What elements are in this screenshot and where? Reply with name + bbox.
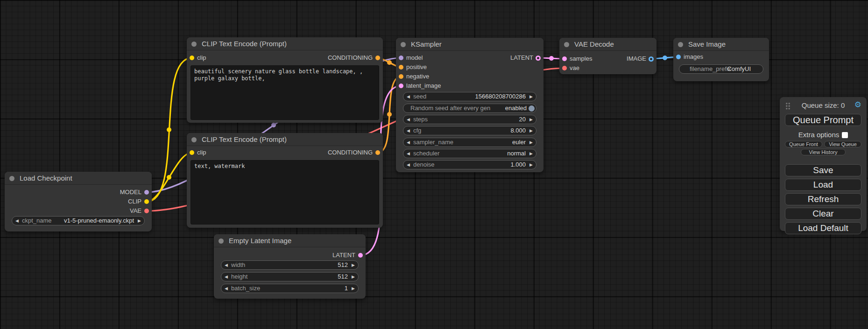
node-title: VAE Decode: [574, 40, 614, 48]
increment-icon[interactable]: ▶: [529, 161, 533, 169]
output-slot-vae[interactable]: [144, 209, 149, 213]
decrement-icon[interactable]: ◀: [407, 161, 410, 169]
drag-handle-icon[interactable]: [785, 102, 790, 110]
load-default-button[interactable]: Load Default: [785, 222, 861, 234]
cfg-widget[interactable]: ◀ cfg 8.000 ▶: [403, 126, 536, 135]
node-clip-text-encode-positive[interactable]: CLIP Text Encode (Prompt) clip CONDITION…: [187, 37, 383, 123]
node-title-bar[interactable]: CLIP Text Encode (Prompt): [187, 37, 383, 50]
node-title-bar[interactable]: VAE Decode: [559, 38, 656, 51]
widget-label: steps: [413, 115, 428, 124]
denoise-widget[interactable]: ◀ denoise 1.000 ▶: [403, 160, 536, 169]
input-slot-samples[interactable]: [562, 56, 567, 61]
increment-icon[interactable]: ▶: [529, 115, 533, 124]
prompt-textarea[interactable]: beautiful scenery nature glass bottle la…: [191, 65, 379, 120]
steps-widget[interactable]: ◀ steps 20 ▶: [403, 115, 536, 124]
node-title-bar[interactable]: Empty Latent Image: [214, 234, 366, 247]
node-vae-decode[interactable]: VAE Decode samples IMAGE vae: [559, 38, 656, 74]
output-slot-image[interactable]: [649, 56, 654, 62]
settings-gear-icon[interactable]: ⚙: [854, 100, 861, 110]
increment-icon[interactable]: ▶: [352, 261, 355, 269]
output-slot-conditioning[interactable]: [375, 150, 380, 155]
view-queue-button[interactable]: View Queue: [824, 141, 861, 147]
node-title-bar[interactable]: CLIP Text Encode (Prompt): [187, 133, 383, 146]
decrement-icon[interactable]: ◀: [225, 273, 228, 281]
link-midpoint-dot: [167, 127, 171, 132]
link-midpoint-dot: [167, 175, 171, 180]
widget-value: euler: [512, 138, 526, 147]
decrement-icon[interactable]: ◀: [407, 149, 410, 158]
decrement-icon[interactable]: ◀: [225, 284, 228, 293]
node-title-bar[interactable]: KSampler: [396, 38, 543, 51]
input-label-vae: vae: [570, 63, 579, 73]
collapse-dot-icon[interactable]: [401, 42, 406, 47]
width-widget[interactable]: ◀ width 512 ▶: [221, 260, 359, 270]
save-button[interactable]: Save: [785, 164, 861, 176]
collapse-dot-icon[interactable]: [219, 238, 224, 244]
clear-button[interactable]: Clear: [785, 208, 861, 220]
increment-icon[interactable]: ▶: [529, 149, 533, 158]
widget-value: 8.000: [510, 126, 526, 135]
input-slot-clip[interactable]: [190, 56, 194, 60]
view-history-button[interactable]: View History: [801, 149, 846, 155]
link-midpoint-dot: [549, 56, 554, 61]
increment-icon[interactable]: ▶: [352, 273, 355, 281]
collapse-dot-icon[interactable]: [678, 42, 683, 47]
node-title: CLIP Text Encode (Prompt): [202, 135, 287, 143]
extra-options-checkbox[interactable]: [842, 132, 848, 138]
batch-size-widget[interactable]: ◀ batch_size 1 ▶: [221, 284, 359, 293]
output-slot-clip[interactable]: [144, 199, 149, 204]
widget-value: enabled: [505, 104, 527, 112]
input-slot-model[interactable]: [399, 56, 403, 60]
input-slot-negative[interactable]: [399, 74, 403, 79]
node-title-bar[interactable]: Load Checkpoint: [5, 172, 152, 185]
widget-value: v1-5-pruned-emaonly.ckpt: [64, 217, 134, 225]
graph-canvas[interactable]: Load Checkpoint MODEL CLIP VAE ◀ ckpt_na…: [0, 0, 868, 329]
decrement-icon[interactable]: ◀: [407, 138, 410, 147]
increment-icon[interactable]: ▶: [529, 138, 533, 147]
input-slot-vae[interactable]: [562, 66, 567, 70]
filename-prefix-widget[interactable]: filename_prefix ComfyUI: [679, 64, 763, 74]
input-slot-latent-image[interactable]: [399, 84, 403, 88]
increment-icon[interactable]: ▶: [352, 284, 355, 293]
sampler-name-widget[interactable]: ◀ sampler_name euler ▶: [403, 138, 536, 147]
height-widget[interactable]: ◀ height 512 ▶: [221, 272, 359, 281]
node-ksampler[interactable]: KSampler model LATENT positive negative …: [396, 38, 543, 172]
random-seed-toggle-widget[interactable]: Random seed after every gen enabled: [403, 104, 536, 113]
increment-icon[interactable]: ▶: [529, 126, 533, 135]
node-clip-text-encode-negative[interactable]: CLIP Text Encode (Prompt) clip CONDITION…: [187, 133, 383, 228]
output-slot-model[interactable]: [144, 190, 149, 195]
output-slot-latent[interactable]: [358, 253, 363, 258]
seed-widget[interactable]: ◀ seed 156680208700286 ▶: [403, 92, 536, 101]
input-slot-clip[interactable]: [190, 150, 194, 155]
node-save-image[interactable]: Save Image images filename_prefix ComfyU…: [673, 38, 769, 81]
input-slot-positive[interactable]: [399, 65, 403, 70]
decrement-icon[interactable]: ◀: [15, 217, 19, 225]
load-button[interactable]: Load: [785, 179, 861, 191]
queue-front-button[interactable]: Queue Front: [785, 141, 822, 147]
decrement-icon[interactable]: ◀: [225, 261, 228, 269]
scheduler-widget[interactable]: ◀ scheduler normal ▶: [403, 149, 536, 158]
prompt-textarea[interactable]: text, watermark: [191, 160, 379, 224]
node-title-bar[interactable]: Save Image: [673, 38, 769, 51]
collapse-dot-icon[interactable]: [191, 42, 197, 47]
decrement-icon[interactable]: ◀: [407, 126, 410, 135]
node-load-checkpoint[interactable]: Load Checkpoint MODEL CLIP VAE ◀ ckpt_na…: [5, 172, 152, 231]
refresh-button[interactable]: Refresh: [785, 193, 861, 205]
output-slot-conditioning[interactable]: [375, 56, 380, 60]
toggle-icon[interactable]: [529, 105, 535, 112]
node-title: KSampler: [411, 40, 442, 48]
output-slot-latent[interactable]: [536, 56, 541, 61]
queue-prompt-button[interactable]: Queue Prompt: [785, 114, 861, 126]
input-label-samples: samples: [570, 54, 592, 63]
increment-icon[interactable]: ▶: [529, 92, 533, 101]
collapse-dot-icon[interactable]: [564, 42, 569, 47]
decrement-icon[interactable]: ◀: [407, 115, 410, 124]
increment-icon[interactable]: ▶: [138, 217, 141, 225]
input-label-latent-image: latent_image: [406, 81, 441, 91]
decrement-icon[interactable]: ◀: [407, 92, 410, 101]
node-empty-latent-image[interactable]: Empty Latent Image LATENT ◀ width 512 ▶ …: [214, 234, 366, 299]
input-slot-images[interactable]: [676, 55, 681, 59]
ckpt-name-widget[interactable]: ◀ ckpt_name v1-5-pruned-emaonly.ckpt ▶: [12, 216, 145, 225]
collapse-dot-icon[interactable]: [9, 176, 14, 181]
collapse-dot-icon[interactable]: [191, 137, 197, 142]
